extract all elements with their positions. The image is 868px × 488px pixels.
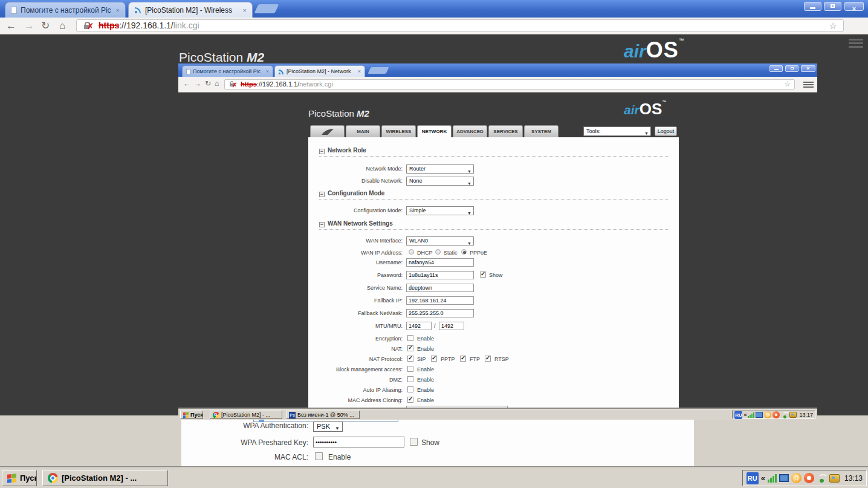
taskbar-task-chrome[interactable]: [PicoStation M2] - ... xyxy=(42,470,168,486)
encryption-checkbox[interactable] xyxy=(407,335,413,341)
dhcp-radio[interactable] xyxy=(409,249,414,255)
disable-network-select[interactable]: None xyxy=(406,177,474,186)
chevron-down-icon xyxy=(335,424,340,433)
password-input[interactable] xyxy=(406,271,474,279)
close-tab-icon[interactable] xyxy=(116,7,120,14)
block-management-checkbox[interactable] xyxy=(407,366,413,372)
close-button[interactable] xyxy=(844,2,864,11)
reload-icon[interactable] xyxy=(41,19,50,33)
menu-icon[interactable] xyxy=(849,39,863,49)
show-label: Show xyxy=(489,272,503,278)
home-icon[interactable] xyxy=(215,79,219,88)
service-name-input[interactable] xyxy=(406,284,474,292)
logout-button[interactable]: Logout xyxy=(655,126,677,136)
nat-checkbox[interactable] xyxy=(407,345,413,351)
bookmark-star-icon[interactable] xyxy=(784,80,791,89)
network-monitor-icon[interactable] xyxy=(779,474,789,482)
tab-wireless[interactable]: WIRELESS xyxy=(381,125,416,137)
collapse-chevron-icon[interactable] xyxy=(743,412,747,418)
mac-acl-checkbox[interactable] xyxy=(315,452,323,460)
signal-bars-icon[interactable] xyxy=(768,474,777,483)
mail-agent-icon[interactable] xyxy=(791,473,802,483)
home-icon[interactable] xyxy=(59,19,65,33)
mru-input[interactable] xyxy=(439,322,464,330)
wpa-preshared-key-input[interactable] xyxy=(313,437,404,447)
red-circle-app-icon[interactable] xyxy=(772,411,780,418)
new-tab-button[interactable] xyxy=(368,67,389,74)
pptp-checkbox[interactable] xyxy=(431,356,437,362)
key-folder-icon[interactable] xyxy=(829,474,840,483)
collapse-chevron-icon[interactable] xyxy=(761,473,765,483)
wifi-icon[interactable] xyxy=(781,412,788,418)
tab-network[interactable]: NETWORK xyxy=(417,125,452,137)
username-input[interactable] xyxy=(406,258,474,267)
show-password-checkbox[interactable] xyxy=(480,272,486,278)
close-button[interactable] xyxy=(801,65,815,72)
taskbar-task-chrome[interactable]: [PicoStation M2] - ... xyxy=(210,411,282,419)
wpa-authentication-select[interactable]: PSK xyxy=(313,421,343,432)
restore-button[interactable] xyxy=(824,2,841,11)
auto-ip-aliasing-checkbox[interactable] xyxy=(407,386,413,392)
language-indicator[interactable]: RU xyxy=(747,472,759,484)
back-icon[interactable] xyxy=(183,79,190,88)
menu-icon[interactable] xyxy=(803,82,814,89)
new-tab-button[interactable] xyxy=(254,4,279,13)
rtsp-label: RTSP xyxy=(494,356,509,362)
outer-tab-forum[interactable]: Помогите с настройкой Pic xyxy=(5,2,126,18)
cross-icon xyxy=(87,21,94,32)
back-icon[interactable] xyxy=(6,19,16,33)
minimize-button[interactable] xyxy=(804,2,821,11)
taskbar-task-photoshop[interactable]: Ps Без имени-1 @ 50% ... xyxy=(286,411,360,419)
red-circle-app-icon[interactable] xyxy=(804,473,814,483)
collapse-icon[interactable] xyxy=(319,222,325,227)
inner-address-bar[interactable]: https://192.168.1.1/network.cgi xyxy=(224,79,795,89)
start-button[interactable]: Пуск xyxy=(180,411,203,419)
forward-icon[interactable] xyxy=(194,79,201,88)
wan-interface-select[interactable]: WLAN0 xyxy=(406,236,474,246)
outer-address-bar[interactable]: https://192.168.1.1/link.cgi xyxy=(76,19,844,32)
close-tab-icon[interactable] xyxy=(358,68,361,74)
collapse-icon[interactable] xyxy=(319,192,325,197)
key-folder-icon[interactable] xyxy=(789,412,797,418)
close-tab-icon[interactable] xyxy=(266,68,269,74)
close-tab-icon[interactable] xyxy=(243,7,247,14)
network-mode-select[interactable]: Router xyxy=(406,164,474,174)
network-monitor-icon[interactable] xyxy=(756,412,763,418)
bookmark-star-icon[interactable] xyxy=(829,20,837,31)
chevron-down-icon xyxy=(644,129,649,138)
minimize-button[interactable] xyxy=(769,65,783,72)
restore-button[interactable] xyxy=(785,65,798,72)
fallback-ip-input[interactable] xyxy=(406,296,474,305)
tab-main[interactable]: MAIN xyxy=(346,125,380,137)
static-radio[interactable] xyxy=(435,249,441,255)
collapse-icon[interactable] xyxy=(319,149,325,154)
tab-services[interactable]: SERVICES xyxy=(488,125,523,137)
chevron-down-icon xyxy=(467,209,471,217)
signal-bars-icon[interactable] xyxy=(748,412,754,418)
tools-select[interactable]: Tools: xyxy=(583,126,651,136)
outer-tab-picostation-wireless[interactable]: [PicoStation M2] - Wireless xyxy=(128,2,253,18)
tab-ubiquiti-logo[interactable] xyxy=(310,125,345,137)
reload-icon[interactable] xyxy=(205,79,211,88)
section-wan-network-settings: WAN Network Settings xyxy=(319,220,668,230)
dmz-checkbox[interactable] xyxy=(407,376,413,382)
rtsp-checkbox[interactable] xyxy=(485,356,491,362)
configuration-mode-select[interactable]: Simple xyxy=(406,206,474,215)
mtu-input[interactable] xyxy=(406,322,432,330)
mac-address-cloning-checkbox[interactable] xyxy=(407,397,413,403)
fallback-netmask-input[interactable] xyxy=(406,309,474,317)
ftp-checkbox[interactable] xyxy=(460,356,466,362)
mail-agent-icon[interactable] xyxy=(764,411,771,418)
wifi-icon[interactable] xyxy=(817,473,827,483)
inner-tab-forum[interactable]: Помогите с настройкой Pic xyxy=(182,65,273,77)
pppoe-radio[interactable] xyxy=(461,249,467,255)
tab-system[interactable]: SYSTEM xyxy=(524,125,559,137)
forward-icon[interactable] xyxy=(24,19,34,33)
windows-flag-icon xyxy=(7,473,16,483)
sip-checkbox[interactable] xyxy=(407,356,413,362)
inner-tab-picostation-network[interactable]: [PicoStation M2] - Network xyxy=(274,65,365,77)
language-indicator[interactable]: RU xyxy=(734,411,742,419)
start-button[interactable]: Пуск xyxy=(2,470,37,486)
show-key-checkbox[interactable] xyxy=(410,438,418,446)
tab-advanced[interactable]: ADVANCED xyxy=(453,125,487,137)
